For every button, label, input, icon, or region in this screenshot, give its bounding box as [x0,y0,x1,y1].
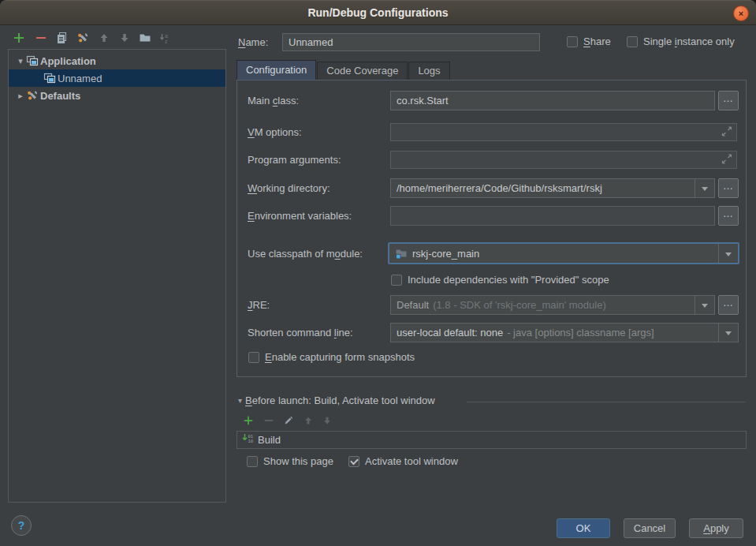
ellipsis-icon: … [723,210,734,217]
tab-code-coverage[interactable]: Code Coverage [317,62,408,80]
main-class-browse-button[interactable]: … [718,91,739,110]
arrow-up-icon [303,415,314,428]
copy-configuration-button[interactable] [54,31,70,47]
sort-configurations-button[interactable]: az [157,31,173,47]
apply-button[interactable]: Apply [689,518,743,538]
dropdown-arrow-icon[interactable] [718,244,738,263]
defaults-wrench-icon [26,89,40,102]
cancel-button[interactable]: Cancel [624,518,676,538]
tab-logs[interactable]: Logs [408,62,449,80]
share-checkbox[interactable]: Share [567,36,611,47]
jre-combobox[interactable]: Default (1.8 - SDK of 'rskj-core_main' m… [390,295,715,315]
before-launch-move-down-button[interactable] [320,414,334,428]
svg-text:a: a [165,33,168,39]
dropdown-arrow-icon[interactable] [718,323,738,342]
show-this-page-label: Show this page [263,455,333,467]
task-label: Build [258,434,281,446]
tree-item-label: Application [40,55,96,67]
name-label: Name: [238,36,268,48]
minus-icon [35,32,47,47]
enable-capturing-checkbox[interactable]: Enable capturing form snapshots [248,351,415,363]
sort-az-icon: az [158,32,171,47]
folder-icon [139,32,151,47]
name-input[interactable]: Unnamed [282,33,540,51]
create-folder-button[interactable] [137,31,153,47]
move-up-button[interactable] [96,31,112,47]
shorten-command-line-hint: - java [options] classname [args] [507,327,654,338]
expand-field-icon[interactable] [721,125,733,140]
minus-icon [263,415,274,428]
chevron-right-icon[interactable]: ▸ [15,91,26,101]
include-provided-scope-label: Include dependencies with "Provided" sco… [408,274,609,286]
tree-item-label: Defaults [40,90,80,102]
plus-icon [13,32,25,47]
tree-item-defaults[interactable]: ▸ Defaults [9,87,225,104]
add-configuration-button[interactable] [11,31,27,47]
before-launch-move-up-button[interactable] [301,414,315,428]
main-class-label: Main class: [248,95,299,107]
dropdown-arrow-icon[interactable] [695,296,714,314]
dropdown-arrow-icon[interactable] [695,179,714,197]
section-collapse-icon[interactable]: ▾ [238,396,242,405]
before-launch-section-header[interactable]: ▾ Before launch: Build, Activate tool wi… [238,395,435,406]
ellipsis-icon: … [723,299,734,306]
jre-label: JRE: [248,299,270,311]
before-launch-edit-button[interactable] [281,414,296,428]
enable-capturing-label: Enable capturing form snapshots [265,351,415,363]
shorten-command-line-combobox[interactable]: user-local default: none - java [options… [390,323,739,342]
copy-icon [56,32,69,47]
before-launch-task-list: 0110 Build [236,431,747,449]
environment-variables-label: Environment variables: [248,210,352,222]
vm-options-input[interactable] [390,123,737,141]
before-launch-remove-button[interactable] [262,414,276,428]
run-debug-configurations-dialog: Run/Debug Configurations × az ▾ Applicat… [0,0,756,546]
show-this-page-checkbox[interactable]: Show this page [247,455,333,467]
tree-item-application[interactable]: ▾ Application [9,52,225,69]
ok-button[interactable]: OK [557,518,610,538]
tab-configuration[interactable]: Configuration [236,60,316,80]
main-class-input[interactable]: co.rsk.Start [390,91,715,110]
before-launch-add-button[interactable] [241,414,255,428]
program-arguments-input[interactable] [390,151,737,169]
environment-variables-browse-button[interactable]: … [718,206,739,226]
activate-tool-window-checkbox[interactable]: Activate tool window [348,455,458,467]
move-down-button[interactable] [117,31,132,47]
edit-defaults-button[interactable] [75,31,91,47]
shorten-command-line-label: Shorten command line: [248,327,353,338]
remove-configuration-button[interactable] [33,31,49,47]
title-bar[interactable]: Run/Debug Configurations × [0,0,756,25]
include-provided-scope-checkbox[interactable]: Include dependencies with "Provided" sco… [391,274,609,286]
use-classpath-label: Use classpath of module: [248,248,363,260]
working-directory-browse-button[interactable]: … [718,178,739,198]
wrench-icon [76,32,89,47]
application-icon [43,72,58,84]
checkbox-box [348,456,359,467]
expand-field-icon[interactable] [721,152,733,167]
module-icon [395,247,408,260]
working-directory-input[interactable]: /home/meriherrera/Code/Github/rsksmart/r… [390,178,715,198]
close-button[interactable]: × [733,6,749,21]
svg-text:z: z [165,39,168,44]
jre-browse-button[interactable]: … [718,295,739,315]
use-classpath-combobox[interactable]: rskj-core_main [388,242,739,264]
help-button[interactable]: ? [11,515,32,536]
environment-variables-input[interactable] [390,206,715,226]
application-icon [26,54,40,67]
single-instance-checkbox[interactable]: Single instance only [627,36,735,47]
arrow-up-icon [98,32,110,47]
tree-item-unnamed[interactable]: Unnamed [9,69,225,87]
section-divider [467,402,746,402]
before-launch-title: Before launch: Build, Activate tool wind… [245,395,435,406]
program-arguments-label: Program arguments: [248,154,341,166]
svg-text:01: 01 [248,434,254,439]
checkbox-box [567,36,578,47]
window-title: Run/Debug Configurations [307,6,448,19]
share-label: Share [583,36,611,47]
settings-tabs: Configuration Code Coverage Logs [236,62,451,80]
close-icon: × [739,9,743,18]
chevron-down-icon[interactable]: ▾ [15,56,26,66]
before-launch-task-build[interactable]: 0110 Build [237,432,746,448]
name-value: Unnamed [289,36,333,48]
svg-text:10: 10 [248,439,254,443]
build-icon: 0110 [241,432,254,447]
